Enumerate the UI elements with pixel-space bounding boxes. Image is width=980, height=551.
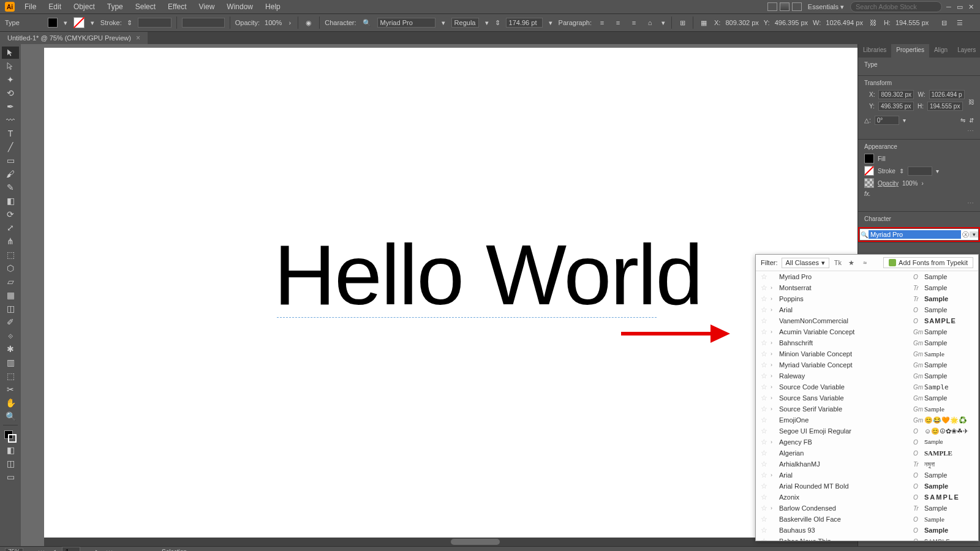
font-list-item[interactable]: ☆Segoe UI Emoji RegularO☺😊☮✿❀☘✈: [756, 425, 978, 437]
transform-w-input[interactable]: [929, 90, 965, 99]
zoom-level[interactable]: 75%: [5, 548, 23, 551]
align-panel-icon[interactable]: ⊞: [677, 17, 688, 28]
nav-next-icon[interactable]: ▶: [96, 549, 100, 551]
bullet-icon[interactable]: ⌂: [644, 17, 655, 28]
favorite-star-icon[interactable]: ☆: [761, 515, 771, 523]
font-list-item[interactable]: ☆›MontserratTrSample: [756, 282, 978, 293]
screen-mode-icon[interactable]: ▭: [2, 471, 19, 483]
direct-selection-tool[interactable]: [2, 60, 19, 72]
favorite-star-icon[interactable]: ☆: [761, 471, 771, 479]
eraser-tool[interactable]: ◧: [2, 195, 19, 207]
font-typekit-filter-icon[interactable]: Tk: [833, 258, 843, 268]
transform-more-icon[interactable]: ⋯: [864, 127, 974, 135]
expand-family-icon[interactable]: ›: [771, 351, 778, 357]
link-dimensions-icon[interactable]: ⛓: [968, 99, 974, 105]
font-list-item[interactable]: ☆Myriad ProOSample: [756, 271, 978, 282]
close-icon[interactable]: ✕: [967, 2, 975, 11]
favorite-star-icon[interactable]: ☆: [761, 328, 771, 336]
favorite-star-icon[interactable]: ☆: [761, 493, 771, 501]
font-list-item[interactable]: ☆›ArialOSample: [756, 304, 978, 315]
tab-align[interactable]: Align: [929, 44, 952, 58]
appearance-more-icon[interactable]: ⋯: [864, 200, 974, 208]
x-value[interactable]: 809.302 px: [725, 19, 758, 26]
stroke-weight-stepper-icon[interactable]: ⇕: [127, 20, 133, 26]
font-list-item[interactable]: ☆›PoppinsTrSample: [756, 293, 978, 304]
expand-family-icon[interactable]: ›: [771, 285, 778, 291]
expand-family-icon[interactable]: ›: [771, 395, 778, 401]
font-favorite-filter-icon[interactable]: ★: [846, 258, 856, 268]
favorite-star-icon[interactable]: ☆: [761, 438, 771, 446]
add-typekit-fonts-button[interactable]: Add Fonts from Typekit: [883, 257, 973, 268]
expand-family-icon[interactable]: ›: [771, 340, 778, 346]
transform-y-input[interactable]: [878, 102, 914, 111]
size-stepper-icon[interactable]: ⇕: [495, 20, 501, 26]
maximize-icon[interactable]: ▭: [956, 2, 964, 11]
menu-file[interactable]: File: [20, 1, 41, 12]
hand-tool[interactable]: ✋: [2, 397, 19, 409]
artboard-dropdown-icon[interactable]: ▾: [86, 549, 89, 551]
menu-object[interactable]: Object: [69, 1, 100, 12]
font-list-item[interactable]: ☆›Barlow CondensedTrSample: [756, 503, 978, 514]
font-list-item[interactable]: ☆Arial Rounded MT BoldOSample: [756, 481, 978, 492]
favorite-star-icon[interactable]: ☆: [761, 482, 771, 490]
brush-input[interactable]: [182, 18, 225, 28]
menu-window[interactable]: Window: [222, 1, 258, 12]
expand-family-icon[interactable]: ›: [771, 406, 778, 412]
font-list-item[interactable]: ☆Baskerville Old FaceOSample: [756, 514, 978, 525]
font-list-item[interactable]: ☆Bebas Neue ThinOSAMPLE: [756, 536, 978, 541]
horizontal-scrollbar[interactable]: [44, 538, 858, 546]
transform-h-input[interactable]: [927, 102, 963, 111]
font-list-item[interactable]: ☆AzonixOSAMPLE: [756, 492, 978, 503]
symbol-sprayer-tool[interactable]: ✱: [2, 343, 19, 355]
font-list-item[interactable]: ☆›ArialOSample: [756, 470, 978, 481]
expand-family-icon[interactable]: ›: [771, 307, 778, 313]
favorite-star-icon[interactable]: ☆: [761, 405, 771, 413]
favorite-star-icon[interactable]: ☆: [761, 283, 771, 292]
font-dropdown-icon[interactable]: ▾: [440, 20, 447, 26]
favorite-star-icon[interactable]: ☆: [761, 537, 771, 541]
canvas-text-object[interactable]: Hello World: [274, 225, 702, 324]
font-filter-dropdown[interactable]: All Classes▾: [782, 258, 829, 268]
font-list[interactable]: ☆Myriad ProOSample☆›MontserratTrSample☆›…: [756, 271, 978, 541]
w-value[interactable]: 1026.494 px: [826, 19, 863, 26]
doc-setup-icon[interactable]: [767, 2, 777, 11]
font-list-item[interactable]: ☆Bauhaus 93OSample: [756, 525, 978, 536]
opacity-value[interactable]: 100%: [265, 19, 282, 26]
favorite-star-icon[interactable]: ☆: [761, 383, 771, 391]
menu-type[interactable]: Type: [102, 1, 128, 12]
stroke-weight-input[interactable]: [138, 18, 172, 28]
rotate-tool[interactable]: ⟳: [2, 208, 19, 220]
align-left-icon[interactable]: ≡: [597, 17, 608, 28]
paintbrush-tool[interactable]: 🖌: [2, 168, 19, 180]
nav-last-icon[interactable]: ⏭: [107, 549, 113, 551]
expand-family-icon[interactable]: ›: [771, 505, 778, 511]
font-list-item[interactable]: ☆›RalewayGmSample: [756, 370, 978, 381]
panel-stroke-weight-input[interactable]: [908, 167, 932, 176]
menu-edit[interactable]: Edit: [43, 1, 66, 12]
expand-family-icon[interactable]: ›: [771, 384, 778, 390]
menu-view[interactable]: View: [194, 1, 220, 12]
favorite-star-icon[interactable]: ☆: [761, 416, 771, 424]
curvature-tool[interactable]: 〰: [2, 114, 19, 126]
magic-wand-tool[interactable]: ✦: [2, 73, 19, 86]
favorite-star-icon[interactable]: ☆: [761, 460, 771, 468]
line-tool[interactable]: ╱: [2, 141, 19, 153]
font-style-input[interactable]: [451, 18, 479, 28]
expand-family-icon[interactable]: ›: [771, 362, 778, 368]
stroke-dropdown-icon[interactable]: ▾: [89, 20, 96, 26]
favorite-star-icon[interactable]: ☆: [761, 526, 771, 534]
nav-prev-icon[interactable]: ◀: [51, 549, 56, 551]
clear-font-icon[interactable]: ⓧ: [961, 230, 970, 239]
fill-swatch[interactable]: [48, 18, 58, 28]
expand-family-icon[interactable]: ›: [771, 373, 778, 379]
color-mode-icon[interactable]: ◧: [2, 444, 19, 456]
type-tool[interactable]: T: [2, 127, 19, 140]
expand-family-icon[interactable]: ›: [771, 472, 778, 478]
lasso-tool[interactable]: ⟲: [2, 87, 19, 99]
artboard-number-input[interactable]: [62, 547, 80, 551]
fill-stroke-indicator[interactable]: [4, 430, 17, 443]
font-similar-filter-icon[interactable]: ≈: [860, 258, 870, 268]
font-list-item[interactable]: ☆›Source Serif VariableGmSample: [756, 403, 978, 414]
mesh-tool[interactable]: ▦: [2, 289, 19, 301]
align-right-icon[interactable]: ≡: [628, 17, 639, 28]
